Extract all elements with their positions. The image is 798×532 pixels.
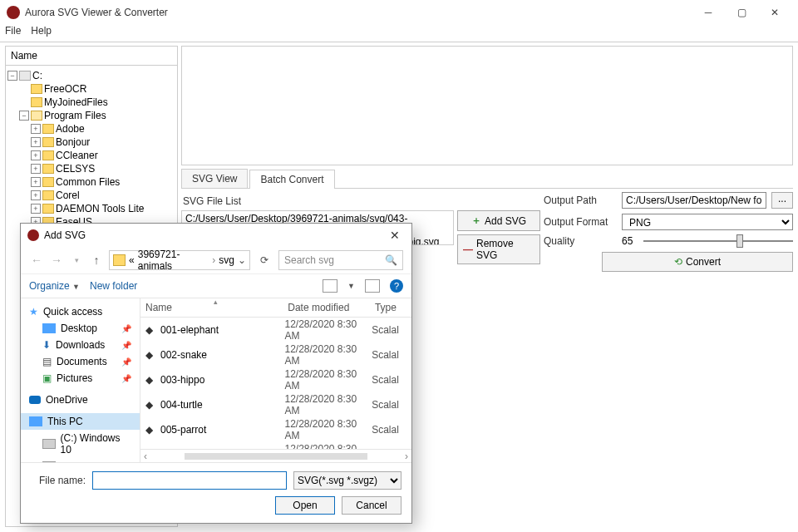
- tree-node-program-files[interactable]: −Program Files: [7, 109, 175, 122]
- expand-icon[interactable]: +: [31, 164, 41, 174]
- file-name-label: File name:: [31, 475, 86, 486]
- expand-icon[interactable]: +: [31, 150, 41, 160]
- quality-slider[interactable]: [643, 240, 793, 242]
- help-icon[interactable]: ?: [390, 279, 403, 293]
- maximize-button[interactable]: ▢: [725, 1, 758, 24]
- menubar: File Help: [0, 25, 798, 42]
- chevron-down-icon[interactable]: ⌄: [238, 254, 246, 266]
- open-button[interactable]: Open: [275, 496, 335, 515]
- menu-help[interactable]: Help: [31, 25, 52, 42]
- search-icon: 🔍: [385, 254, 397, 266]
- collapse-icon[interactable]: −: [19, 111, 29, 121]
- folder-icon: [42, 204, 54, 214]
- pin-icon: 📌: [121, 324, 131, 333]
- horizontal-scrollbar[interactable]: ‹›: [140, 449, 411, 462]
- tree-node[interactable]: +Adobe: [7, 122, 175, 135]
- file-row[interactable]: ◆001-elephant12/28/2020 8:30 AMScalal: [140, 318, 411, 342]
- desktop-icon: [42, 323, 56, 333]
- dialog-title: Add SVG: [44, 229, 385, 241]
- sidebar-item-documents[interactable]: ▤Documents📌: [21, 353, 140, 370]
- nav-forward-icon[interactable]: →: [49, 254, 64, 267]
- expand-icon[interactable]: +: [31, 124, 41, 134]
- file-row[interactable]: ◆002-snake12/28/2020 8:30 AMScalal: [140, 342, 411, 367]
- svg-file-icon: ◆: [145, 349, 157, 361]
- add-svg-dialog: Add SVG ✕ ← → ▾ ↑ « 3969721-animals › sv…: [20, 223, 412, 524]
- tree-node-root[interactable]: −C:: [7, 69, 175, 82]
- tree-node[interactable]: +Bonjour: [7, 135, 175, 149]
- tab-batch-convert[interactable]: Batch Convert: [249, 170, 334, 189]
- output-format-select[interactable]: PNG: [622, 214, 793, 230]
- tree-node[interactable]: MyJoinedFiles: [7, 96, 175, 109]
- svg-file-icon: ◆: [145, 399, 157, 411]
- quality-label: Quality: [544, 235, 617, 247]
- sidebar-item-quick-access[interactable]: ★Quick access: [21, 303, 140, 320]
- folder-icon: [113, 254, 126, 266]
- refresh-icon[interactable]: ⟳: [255, 254, 273, 266]
- tree-node[interactable]: FreeOCR: [7, 82, 175, 96]
- tab-svg-view[interactable]: SVG View: [181, 169, 248, 188]
- quality-value: 65: [622, 235, 638, 247]
- search-input[interactable]: Search svg 🔍: [278, 250, 403, 270]
- dialog-sidebar[interactable]: ★Quick access Desktop📌 ⬇Downloads📌 ▤Docu…: [21, 298, 140, 462]
- menu-file[interactable]: File: [5, 25, 21, 42]
- nav-up-icon[interactable]: ↑: [89, 254, 104, 267]
- minimize-button[interactable]: ─: [692, 1, 725, 24]
- pin-icon: 📌: [121, 341, 131, 350]
- breadcrumb-segment[interactable]: svg: [219, 254, 234, 266]
- sidebar-item-drive-c[interactable]: (C:) Windows 10: [21, 430, 140, 458]
- breadcrumb[interactable]: « 3969721-animals › svg ⌄: [109, 250, 250, 270]
- sidebar-item-pictures[interactable]: ▣Pictures📌: [21, 370, 140, 387]
- file-name-input[interactable]: [92, 471, 287, 490]
- tree-node[interactable]: +CCleaner: [7, 149, 175, 162]
- tree-node[interactable]: +Corel: [7, 189, 175, 202]
- expand-icon[interactable]: +: [31, 190, 41, 200]
- dialog-close-button[interactable]: ✕: [385, 229, 405, 242]
- browse-button[interactable]: ...: [771, 192, 793, 209]
- cancel-button[interactable]: Cancel: [342, 496, 401, 515]
- sidebar-item-downloads[interactable]: ⬇Downloads📌: [21, 337, 140, 353]
- tree-node[interactable]: +CELSYS: [7, 162, 175, 175]
- column-headers[interactable]: ▴ Name Date modified Type: [140, 298, 411, 318]
- tree-node[interactable]: +Common Files: [7, 175, 175, 189]
- sidebar-item-desktop[interactable]: Desktop📌: [21, 320, 140, 337]
- folder-icon: [31, 84, 42, 94]
- sidebar-item-this-pc[interactable]: This PC: [21, 413, 140, 430]
- file-row[interactable]: ◆006-panda12/28/2020 8:30 AMScalal: [140, 442, 411, 449]
- file-row[interactable]: ◆005-parrot12/28/2020 8:30 AMScalal: [140, 417, 411, 442]
- tree-header[interactable]: Name: [6, 47, 177, 66]
- expand-icon[interactable]: +: [31, 204, 41, 214]
- nav-dropdown-icon[interactable]: ▾: [69, 256, 84, 264]
- file-row[interactable]: ◆003-hippo12/28/2020 8:30 AMScalal: [140, 367, 411, 392]
- window-title: Aurora SVG Viewer & Converter: [25, 7, 692, 18]
- col-date[interactable]: Date modified: [288, 302, 375, 313]
- chevron-right-icon: ›: [212, 254, 215, 266]
- new-folder-button[interactable]: New folder: [90, 280, 137, 292]
- svg-preview-area: [181, 46, 793, 165]
- col-type[interactable]: Type: [375, 302, 406, 313]
- preview-pane-icon[interactable]: [365, 279, 380, 293]
- nav-back-icon[interactable]: ←: [29, 254, 44, 267]
- file-row[interactable]: ◆004-turtle12/28/2020 8:30 AMScalal: [140, 392, 411, 417]
- view-mode-icon[interactable]: [323, 279, 337, 293]
- close-button[interactable]: ✕: [758, 1, 791, 24]
- pin-icon: 📌: [121, 374, 131, 383]
- app-icon: [27, 229, 39, 241]
- collapse-icon[interactable]: −: [7, 71, 17, 81]
- expand-icon[interactable]: +: [31, 177, 41, 187]
- organize-menu[interactable]: Organize ▼: [29, 280, 80, 292]
- convert-button[interactable]: ⟲Convert: [602, 252, 793, 272]
- expand-icon[interactable]: +: [31, 137, 41, 147]
- onedrive-icon: [29, 396, 41, 404]
- folder-icon: [31, 97, 42, 107]
- remove-svg-button[interactable]: —Remove SVG: [457, 234, 540, 264]
- output-path-input[interactable]: [622, 192, 766, 209]
- svg-file-icon: ◆: [145, 424, 157, 436]
- chevron-down-icon[interactable]: ▼: [347, 282, 355, 290]
- sidebar-item-onedrive[interactable]: OneDrive: [21, 392, 140, 408]
- tree-node[interactable]: +DAEMON Tools Lite: [7, 202, 175, 215]
- file-list-area[interactable]: ◆001-elephant12/28/2020 8:30 AMScalal◆00…: [140, 318, 411, 449]
- minus-icon: —: [463, 244, 473, 255]
- add-svg-button[interactable]: ＋Add SVG: [457, 210, 540, 231]
- breadcrumb-segment[interactable]: 3969721-animals: [138, 249, 209, 272]
- file-type-filter[interactable]: SVG(*.svg *.svgz): [293, 471, 401, 490]
